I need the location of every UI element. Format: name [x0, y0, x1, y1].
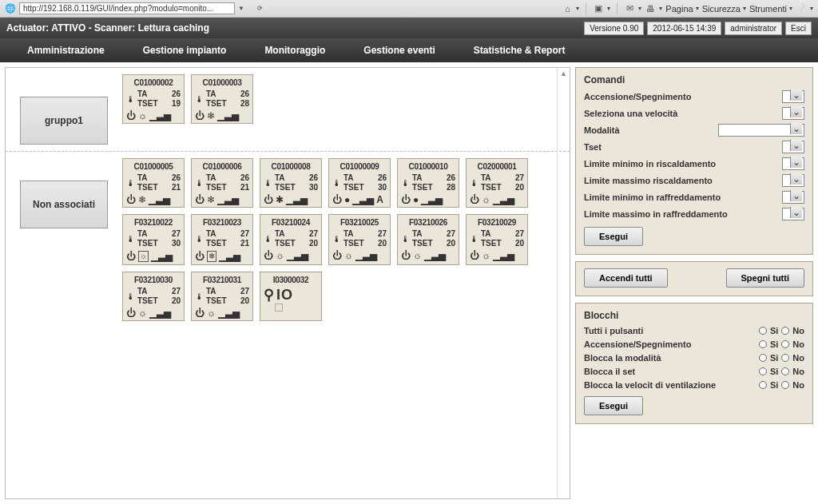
mode-snow-boxed-icon: ❄: [207, 251, 216, 262]
select-lim-min-cool[interactable]: [782, 191, 804, 204]
radio-all-no[interactable]: [781, 327, 789, 335]
scrollbar[interactable]: [557, 68, 570, 498]
lbl-lim-min-cool: Limite minimo in raffreddamento: [584, 192, 721, 202]
radio-fan-no[interactable]: [781, 381, 789, 389]
select-lim-max-heat[interactable]: [782, 174, 804, 187]
unit-card[interactable]: F03210022🌡TATSET2730⏻☼▁▃▅: [122, 214, 185, 265]
unit-card[interactable]: C01000009🌡TATSET2630⏻●▁▃▅A: [328, 158, 391, 208]
bars-icon: ▁▃▅: [219, 252, 240, 261]
group-label[interactable]: Non associati: [20, 181, 108, 228]
mode-snow-icon: ❄: [207, 111, 215, 121]
thermometer-icon: 🌡: [195, 178, 204, 188]
datetime-chip: 2012-06-15 14:39: [647, 22, 721, 35]
nav-monitoraggio[interactable]: Monitoraggio: [245, 38, 344, 62]
power-icon: ⏻: [195, 308, 204, 318]
unit-labels: TATSET: [206, 229, 227, 248]
thermometer-icon: 🌡: [195, 292, 204, 301]
nav-gestione-impianto[interactable]: Gestione impianto: [124, 38, 246, 62]
unit-card[interactable]: C02000001🌡TATSET2720⏻☼▁▃▅: [466, 158, 528, 208]
radio-mode-no[interactable]: [781, 354, 789, 362]
address-bar[interactable]: http://192.168.0.119/GUI/index.php?modul…: [19, 2, 235, 14]
esegui-comandi-button[interactable]: Esegui: [584, 227, 643, 246]
bars-icon: ▁▃▅: [493, 195, 514, 204]
bars-icon: ▁▃▅: [286, 195, 308, 204]
select-lim-max-cool[interactable]: [782, 208, 804, 220]
spegni-tutti-button[interactable]: Spegni tutti: [726, 268, 805, 288]
feed-icon[interactable]: ▣: [593, 3, 604, 14]
radio-set-si[interactable]: [759, 367, 767, 375]
page-icon: 🌐: [5, 3, 16, 14]
esegui-blocchi-button[interactable]: Esegui: [584, 396, 643, 415]
unit-card[interactable]: F03210029🌡TATSET2720⏻☼▁▃▅: [466, 214, 528, 265]
unit-id: F03210031: [195, 276, 249, 285]
zoom-icon: ⚲: [264, 286, 275, 304]
unit-card[interactable]: C01000002🌡TATSET2619⏻☼▁▃▅: [122, 74, 185, 124]
select-speed[interactable]: [782, 107, 804, 120]
refresh-icon[interactable]: ⟳: [257, 5, 263, 12]
unit-labels: TATSET: [343, 173, 364, 192]
io-value: IO: [276, 287, 293, 304]
user-chip[interactable]: administrator: [725, 22, 782, 35]
nav-statistiche[interactable]: Statistiche & Report: [455, 38, 585, 62]
menu-sicurezza[interactable]: Sicurezza ▾: [702, 4, 746, 14]
select-lim-min-heat[interactable]: [782, 157, 804, 170]
radio-fan-si[interactable]: [759, 381, 767, 389]
power-icon: ⏻: [195, 252, 204, 261]
mode-gear-icon: ☼: [138, 111, 147, 121]
unit-labels: TATSET: [412, 229, 433, 248]
unit-labels: TATSET: [137, 287, 158, 306]
unit-card[interactable]: F03210031🌡TATSET2720⏻☼▁▃▅: [191, 272, 253, 321]
thermometer-icon: 🌡: [126, 292, 135, 301]
panel-onoff-all: Accendi tutti Spegni tutti: [575, 261, 813, 296]
unit-labels: TATSET: [137, 229, 158, 248]
radio-all-si[interactable]: [759, 327, 767, 335]
lbl-blocchi-set: Blocca il set: [584, 367, 635, 376]
thermometer-icon: 🌡: [470, 178, 478, 188]
radio-onoff-si[interactable]: [759, 340, 767, 348]
mode-dot-icon: ●: [413, 195, 419, 204]
select-tset[interactable]: [782, 141, 804, 153]
mode-gear-icon: ☼: [482, 195, 490, 204]
unit-values: 2628: [447, 173, 455, 192]
power-icon: ⏻: [470, 251, 479, 260]
unit-card[interactable]: C01000006🌡TATSET2621⏻❄▁▃▅: [191, 158, 253, 208]
unit-card[interactable]: C01000008🌡TATSET2630⏻✱▁▃▅: [260, 158, 322, 208]
power-icon: ⏻: [470, 195, 479, 204]
power-icon: ⏻: [195, 111, 204, 121]
select-mode[interactable]: [718, 124, 804, 137]
radio-onoff-no[interactable]: [781, 340, 789, 348]
unit-card[interactable]: F03210024🌡TATSET2720⏻☼▁▃▅: [260, 214, 322, 265]
url-dropdown-icon[interactable]: ▼: [238, 5, 244, 12]
accendi-tutti-button[interactable]: Accendi tutti: [584, 268, 668, 288]
unit-card[interactable]: F03210026🌡TATSET2720⏻☼▁▃▅: [397, 214, 459, 265]
thermometer-icon: 🌡: [195, 234, 204, 244]
bars-icon: ▁▃▅: [493, 251, 514, 260]
home-icon[interactable]: ⌂: [562, 3, 573, 14]
radio-set-no[interactable]: [781, 367, 789, 375]
group-label[interactable]: gruppo1: [20, 97, 108, 145]
unit-card[interactable]: F03210025🌡TATSET2720⏻☼▁▃▅: [328, 214, 391, 265]
print-icon[interactable]: 🖶: [645, 3, 656, 14]
mail-icon[interactable]: ✉: [624, 3, 635, 14]
unit-card[interactable]: F03210030🌡TATSET2720⏻☼▁▃▅: [122, 272, 185, 321]
unit-labels: TATSET: [137, 89, 158, 109]
nav-gestione-eventi[interactable]: Gestione eventi: [344, 38, 454, 62]
nav-amministrazione[interactable]: Amministrazione: [8, 38, 124, 62]
logout-button[interactable]: Esci: [785, 22, 812, 35]
unit-card[interactable]: F03210023🌡TATSET2721⏻❄▁▃▅: [191, 214, 253, 265]
radio-mode-si[interactable]: [759, 354, 767, 362]
unit-io-card[interactable]: I03000032⚲IO: [260, 272, 322, 321]
unit-labels: TATSET: [206, 173, 227, 192]
status-title: Actuator: ATTIVO - Scanner: Lettura cach…: [6, 22, 209, 34]
select-onoff[interactable]: [782, 90, 804, 103]
unit-card[interactable]: C01000010🌡TATSET2628⏻●▁▃▅: [397, 158, 459, 208]
menu-strumenti[interactable]: Strumenti ▾: [749, 4, 792, 14]
unit-card[interactable]: C01000005🌡TATSET2621⏻❄▁▃▅: [122, 158, 185, 208]
unit-labels: TATSET: [206, 287, 227, 306]
unit-values: 2621: [240, 173, 249, 192]
bars-icon: ▁▃▅: [217, 111, 239, 121]
comandi-title: Comandi: [584, 74, 804, 85]
unit-card[interactable]: C01000003🌡TATSET2628⏻❄▁▃▅: [191, 74, 253, 124]
help-icon[interactable]: ❔: [796, 3, 807, 14]
menu-pagina[interactable]: Pagina ▾: [665, 4, 698, 14]
